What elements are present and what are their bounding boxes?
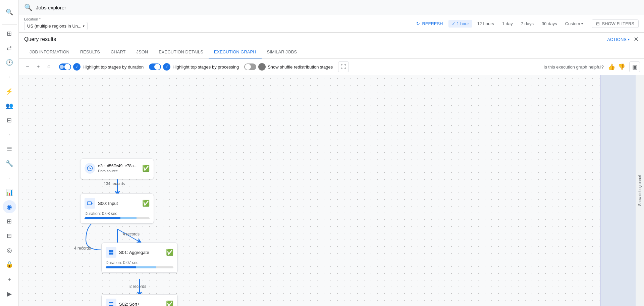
thumbs-up-button[interactable]: 👍 — [608, 63, 615, 71]
data-source-icon — [85, 163, 95, 174]
location-chevron-icon: ▾ — [83, 24, 85, 28]
jobs-explorer-icon: 🔍 — [24, 3, 33, 11]
app-title: Jobs explorer — [36, 5, 66, 10]
data-source-check-icon: ✅ — [142, 165, 150, 172]
time-custom[interactable]: Custom ▾ — [562, 20, 587, 28]
tab-results[interactable]: RESULTS — [75, 46, 105, 58]
s00-check-icon: ✅ — [142, 200, 150, 207]
s01-icon — [106, 247, 116, 258]
top-bar: Location * US (multiple regions in Un...… — [19, 15, 644, 33]
sidebar-icon-dot3: ● — [3, 171, 16, 184]
sidebar-icon-history[interactable]: 🕐 — [3, 56, 16, 69]
sidebar-icon-tune[interactable]: ⊟ — [3, 114, 16, 127]
graph-canvas[interactable]: e2e_d56ffe49_e78a_482a_ Data source ✅ 13… — [19, 75, 600, 306]
sidebar-icon-bolt[interactable]: ⚡ — [3, 85, 16, 98]
s00-icon — [85, 198, 95, 209]
sidebar-icon-wrench[interactable]: 🔧 — [3, 157, 16, 170]
sidebar-icon-chart[interactable]: 📊 — [3, 186, 16, 199]
sidebar-icon-expand[interactable]: ▶ — [3, 287, 16, 301]
refresh-button[interactable]: ↻ REFRESH — [416, 21, 443, 26]
sidebar-icon-jobs[interactable]: ◉ — [3, 200, 16, 213]
zoom-in-button[interactable]: + — [34, 62, 43, 72]
s01-check-icon: ✅ — [166, 249, 173, 256]
toggle-shuffle[interactable]: − Show shuffle redistribution stages — [244, 63, 333, 71]
s02-title: S02: Sort+ — [119, 302, 163, 306]
s01-title: S01: Aggregate — [119, 250, 163, 255]
toolbar-right: Is this execution graph helpful? 👍 👎 ▣ — [544, 61, 640, 72]
tab-execution-details[interactable]: EXECUTION DETAILS — [153, 46, 209, 58]
check-icon: ✓ — [452, 21, 455, 26]
feedback-thumbs: 👍 👎 — [608, 63, 625, 71]
actions-button[interactable]: ACTIONS ▾ — [607, 37, 630, 42]
toggle-processing[interactable]: ✓ Highlight top stages by processing — [149, 63, 239, 71]
zoom-reset-button[interactable]: ⊙ — [44, 62, 54, 72]
tab-similar-jobs[interactable]: SIMILAR JOBS — [262, 46, 303, 58]
show-filters-button[interactable]: ⊟ SHOW FILTERS — [592, 19, 639, 28]
sidebar-icon-dot1: ● — [3, 71, 16, 84]
node-s02[interactable]: S02: Sort+ ✅ Duration: 0.05 sec — [101, 294, 178, 306]
tab-json[interactable]: JSON — [131, 46, 153, 58]
fullscreen-button[interactable]: ⛶ — [338, 61, 349, 72]
s02-check-icon: ✅ — [166, 300, 173, 306]
svg-rect-5 — [88, 202, 92, 205]
s00-title: S00: Input — [98, 201, 140, 206]
location-label: Location * — [24, 17, 88, 21]
time-30days[interactable]: 30 days — [538, 20, 560, 28]
sidebar-icon-grid[interactable]: ⊞ — [3, 215, 16, 228]
debug-panel — [600, 75, 636, 306]
tab-execution-graph[interactable]: EXECUTION GRAPH — [209, 46, 262, 58]
time-1hour[interactable]: ✓ 1 hour — [448, 20, 473, 28]
node-s00[interactable]: S00: Input ✅ Duration: 0.08 sec — [80, 193, 154, 224]
location-value: US (multiple regions in Un... — [27, 24, 82, 29]
records-2-label: 2 records — [129, 284, 146, 289]
sidebar-icon-table[interactable]: ⊟ — [3, 229, 16, 242]
svg-rect-6 — [109, 250, 111, 252]
main-content: 🔍 Jobs explorer Location * US (multiple … — [19, 0, 644, 306]
tab-chart[interactable]: CHART — [105, 46, 131, 58]
s01-progress-bar — [106, 266, 173, 268]
refresh-label: REFRESH — [422, 21, 443, 26]
sidebar-icon-people[interactable]: 👥 — [3, 99, 16, 113]
sidebar-icon-exchange[interactable]: ⇄ — [3, 42, 16, 55]
sidebar-icon-list[interactable]: ☰ — [3, 142, 16, 156]
records-134-label: 134 records — [104, 181, 125, 186]
zoom-out-button[interactable]: − — [23, 62, 32, 72]
tab-bar: JOB INFORMATION RESULTS CHART JSON EXECU… — [19, 46, 644, 59]
actions-chevron-icon: ▾ — [628, 38, 630, 41]
side-records-4-label: 4 records — [74, 246, 91, 251]
show-debug-panel-label[interactable]: Show debug panel — [636, 75, 644, 306]
node-s01[interactable]: S01: Aggregate ✅ Duration: 0.07 sec — [101, 243, 178, 273]
node-data-source[interactable]: e2e_d56ffe49_e78a_482a_ Data source ✅ — [80, 159, 154, 179]
top-bar-right: ↻ REFRESH ✓ 1 hour 12 hours 1 day 7 — [416, 19, 639, 28]
sidebar-icon-dot2: ● — [3, 128, 16, 141]
location-dropdown[interactable]: US (multiple regions in Un... ▾ — [24, 22, 88, 30]
tab-job-information[interactable]: JOB INFORMATION — [24, 46, 75, 58]
time-12hours[interactable]: 12 hours — [474, 20, 497, 28]
sidebar-icon-lock[interactable]: 🔒 — [3, 258, 16, 271]
debug-panel-wrapper: Show debug panel — [600, 75, 644, 306]
sidebar-icon-target[interactable]: ◎ — [3, 244, 16, 257]
toggle-duration[interactable]: ✓ Highlight top stages by duration — [59, 63, 144, 71]
sidebar-icon-dashboard[interactable]: ⊞ — [3, 27, 16, 40]
time-1day-label: 1 day — [502, 21, 513, 26]
s02-icon — [106, 299, 116, 306]
graph-toolbar: − + ⊙ ✓ Highlight top stages by duration — [19, 59, 644, 75]
svg-rect-9 — [111, 253, 113, 255]
thumbs-down-button[interactable]: 👎 — [618, 63, 625, 71]
data-source-subtitle: Data source — [98, 169, 140, 173]
query-panel-header: Query results ACTIONS ▾ ✕ — [19, 33, 644, 46]
graph-background: e2e_d56ffe49_e78a_482a_ Data source ✅ 13… — [19, 75, 600, 306]
records-4-label: 4 records — [123, 232, 140, 236]
query-panel: Query results ACTIONS ▾ ✕ JOB INFORMATIO… — [19, 33, 644, 306]
show-filters-label: SHOW FILTERS — [602, 21, 634, 26]
time-1day[interactable]: 1 day — [499, 20, 516, 28]
toggle-shuffle-label: Show shuffle redistribution stages — [268, 64, 333, 70]
custom-chevron-icon: ▾ — [581, 22, 583, 26]
panel-toggle-button[interactable]: ▣ — [629, 61, 640, 72]
sidebar-icon-add-job[interactable]: ＋ — [3, 272, 16, 286]
toggle-duration-label: Highlight top stages by duration — [83, 64, 144, 70]
close-panel-button[interactable]: ✕ — [634, 36, 639, 43]
app-search-icon[interactable]: 🔍 — [3, 5, 16, 19]
s01-duration: Duration: 0.07 sec — [106, 260, 173, 265]
time-7days[interactable]: 7 days — [518, 20, 537, 28]
